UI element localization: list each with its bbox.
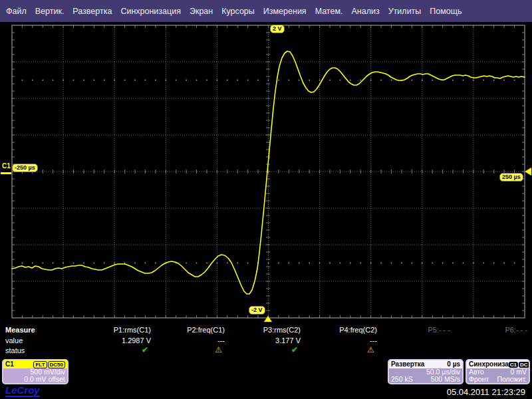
trigger-time-marker-icon[interactable] <box>264 316 272 322</box>
trigger-coupling-badge: DC <box>519 362 529 368</box>
channel-name: C1 <box>5 360 14 368</box>
measure-column-p2[interactable]: P2:freq(C1)---⚠ <box>150 323 225 358</box>
measure-header: P3:rms(C2) <box>263 326 301 334</box>
scope-graticule-svg <box>0 22 532 323</box>
datetime-display: 05.04.2011 21:23:29 <box>447 387 525 397</box>
top-volt-limit-label: 2 V <box>270 25 285 33</box>
menu-item-8[interactable]: Матем. <box>315 7 343 16</box>
menu-item-10[interactable]: Утилиты <box>388 7 422 16</box>
timebase-samples: 250 kS <box>391 376 413 383</box>
measure-header: P1:rms(C1) <box>114 326 151 334</box>
trigger-type: Фронт <box>469 376 489 383</box>
menu-item-4[interactable]: Синхронизация <box>120 7 181 16</box>
measure-column-p1[interactable]: P1:rms(C1)1.2987 V✔ <box>76 323 151 358</box>
measure-header: P6:- - - <box>505 326 527 334</box>
bottom-volt-limit-label: -2 V <box>249 306 265 315</box>
measure-status-row-label: status <box>5 346 25 354</box>
waveform-display: C1 -250 µs 250 µs 2 V -2 V <box>0 22 532 323</box>
measure-header: P4:freq(C2) <box>339 326 377 334</box>
trigger-descriptor-box[interactable]: Синхрониза C1 DC Авто 0 mV Фронт Положит… <box>466 359 530 384</box>
lecroy-logo: LeCroy <box>5 385 40 397</box>
left-time-limit-label: -250 µs <box>12 164 38 172</box>
status-warning-icon: ⚠ <box>367 345 374 354</box>
menu-item-1[interactable]: Файл <box>6 7 27 16</box>
channel-filter-badge: FLT <box>33 361 47 368</box>
status-ok-icon: ✔ <box>291 345 298 354</box>
measure-column-p4[interactable]: P4:freq(C2)---⚠ <box>302 323 377 358</box>
measure-panel-title: Measure <box>5 326 35 334</box>
right-time-limit-label: 250 µs <box>499 173 523 182</box>
timebase-sample-rate: 500 MS/s <box>431 376 460 383</box>
channel-c1-descriptor-box[interactable]: C1 FLT DC50 500 mV/div 0.0 mV offset <box>2 359 68 384</box>
trigger-slope: Положит. <box>497 376 527 383</box>
trigger-source-badge: C1 <box>509 362 518 368</box>
measure-column-p6[interactable]: P6:- - - <box>452 323 527 358</box>
menu-item-7[interactable]: Измерения <box>263 7 307 16</box>
measure-column-p3[interactable]: P3:rms(C2)3.177 V✔ <box>225 323 301 358</box>
status-warning-icon: ⚠ <box>215 345 222 354</box>
timebase-descriptor-box[interactable]: Развертка 0 µs 50.0 µs/div 250 kS 500 MS… <box>388 359 464 384</box>
measure-value-row-label: value <box>5 336 23 344</box>
menubar: ФайлВертик.РазверткаСинхронизацияЭкранКу… <box>0 0 532 22</box>
measure-value: 3.177 V <box>275 336 301 344</box>
channel-c1-zero-marker[interactable]: C1 <box>2 162 11 170</box>
footer-bar: LeCroy 05.04.2011 21:23:29 <box>0 384 532 399</box>
measure-value: 1.2987 V <box>122 336 151 344</box>
graticule-grid <box>12 25 525 318</box>
menu-item-3[interactable]: Развертка <box>72 7 112 16</box>
channel-c1-zero-dash <box>1 172 11 174</box>
menu-item-6[interactable]: Курсоры <box>221 7 255 16</box>
oscilloscope-screen: ФайлВертик.РазверткаСинхронизацияЭкранКу… <box>0 0 532 399</box>
channel-coupling-badge: DC50 <box>48 361 65 368</box>
measure-value: --- <box>217 336 225 344</box>
menu-item-9[interactable]: Анализ <box>351 7 379 16</box>
measure-header: P2:freq(C1) <box>187 326 225 334</box>
trigger-level-marker-icon[interactable] <box>525 168 531 176</box>
measure-panel: Measure value status P1:rms(C1)1.2987 V✔… <box>0 323 532 358</box>
menu-item-2[interactable]: Вертик. <box>35 7 65 16</box>
status-ok-icon: ✔ <box>142 345 148 354</box>
measure-column-p5[interactable]: P5:- - - <box>375 323 450 358</box>
menu-item-11[interactable]: Помощь <box>430 7 462 16</box>
measure-header: P5:- - - <box>428 326 450 334</box>
channel-offset: 0.0 mV offset <box>24 376 65 383</box>
menu-item-5[interactable]: Экран <box>190 7 213 16</box>
timebase-title: Развертка <box>391 360 424 368</box>
